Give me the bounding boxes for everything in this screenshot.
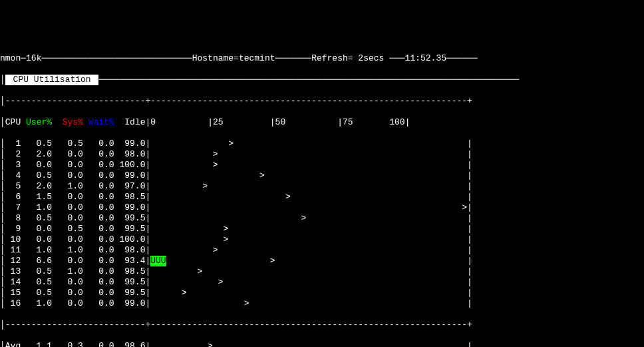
divider-top: │---------------------------+-----------… bbox=[0, 96, 644, 107]
scale-50: 50 bbox=[275, 117, 286, 127]
cpu-row: │ 14 0.5 0.0 0.0 99.5| > | bbox=[0, 277, 644, 288]
col-cpu: CPU bbox=[5, 117, 21, 127]
cpu-rows: │ 1 0.5 0.5 0.0 99.0| > |│ 2 2.0 0.0 0.0… bbox=[0, 139, 644, 309]
cpu-row: │ 1 0.5 0.5 0.0 99.0| > | bbox=[0, 139, 644, 149]
col-sys: Sys% bbox=[63, 117, 83, 127]
col-user: User% bbox=[26, 117, 52, 127]
cpu-row: │ 12 6.6 0.0 0.0 93.4|UUU > | bbox=[0, 256, 644, 266]
section-title: CPU Utilisation bbox=[5, 75, 99, 85]
scale-100: 100 bbox=[389, 117, 404, 127]
terminal-output: nmon─16k─────────────────────────────Hos… bbox=[0, 43, 644, 347]
scale-25: 25 bbox=[213, 117, 224, 127]
cpu-row: │ 16 1.0 0.0 0.0 99.0| > | bbox=[0, 298, 644, 309]
header-line: nmon─16k─────────────────────────────Hos… bbox=[0, 53, 644, 64]
cpu-row: │ 5 2.0 1.0 0.0 97.0| > | bbox=[0, 181, 644, 192]
cpu-row: │ 4 0.5 0.0 0.0 99.0| > | bbox=[0, 171, 644, 181]
usage-bar: UUU bbox=[150, 256, 166, 266]
cpu-row: │ 2 2.0 0.0 0.0 98.0| > | bbox=[0, 149, 644, 160]
cpu-row: │ 11 1.0 1.0 0.0 98.0| > | bbox=[0, 245, 644, 256]
refresh-value: 2secs bbox=[353, 53, 385, 63]
refresh-label: Refresh= bbox=[311, 53, 353, 63]
cpu-row: │ 9 0.0 0.5 0.0 99.5| > | bbox=[0, 224, 644, 234]
program-name: nmon bbox=[0, 53, 21, 63]
cpu-row: │ 6 1.5 0.0 0.0 98.5| > | bbox=[0, 192, 644, 202]
scale-0: 0 bbox=[150, 117, 156, 127]
program-version: 16k bbox=[26, 53, 41, 63]
col-idle: Idle bbox=[124, 117, 145, 127]
hostname-value: tecmint bbox=[239, 53, 275, 63]
cpu-row: │ 7 1.0 0.0 0.0 99.0| >| bbox=[0, 202, 644, 213]
cpu-row: │ 13 0.5 1.0 0.0 98.5| > | bbox=[0, 266, 644, 277]
cpu-row: │ 10 0.0 0.0 0.0 100.0| > | bbox=[0, 234, 644, 245]
cpu-row: │ 8 0.5 0.0 0.0 99.5| > | bbox=[0, 213, 644, 224]
column-header: │CPU User% Sys% Wait% Idle|0 |25 |50 |75… bbox=[0, 117, 644, 128]
cpu-row: │ 3 0.0 0.0 0.0 100.0| > | bbox=[0, 160, 644, 171]
cpu-row: │ 15 0.5 0.0 0.0 99.5| > | bbox=[0, 288, 644, 298]
avg-row: │Avg 1.1 0.3 0.0 98.6| > | bbox=[0, 341, 644, 347]
title-row: │ CPU Utilisation ──────────────────────… bbox=[0, 75, 644, 85]
divider-mid: │---------------------------+-----------… bbox=[0, 320, 644, 330]
scale-75: 75 bbox=[343, 117, 353, 127]
hostname-label: Hostname= bbox=[192, 53, 239, 63]
col-wait: Wait% bbox=[88, 117, 114, 127]
time-value: 11:52.35 bbox=[405, 53, 446, 63]
